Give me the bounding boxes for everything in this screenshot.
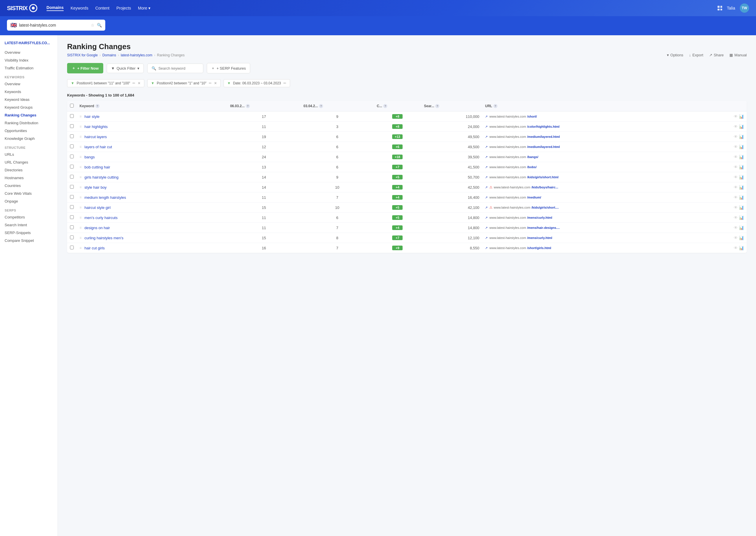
- row-checkbox-0[interactable]: [67, 112, 77, 122]
- row-checkbox-input-9[interactable]: [70, 205, 74, 209]
- ext-link-icon-8[interactable]: ↗: [485, 196, 487, 199]
- sidebar-item-ranking-distribution[interactable]: Ranking Distribution: [0, 119, 57, 127]
- row-chart-btn-10[interactable]: 📊: [739, 215, 744, 220]
- row-checkbox-input-7[interactable]: [70, 185, 74, 189]
- row-chart-btn-9[interactable]: 📊: [739, 205, 744, 210]
- ext-link-icon-4[interactable]: ↗: [485, 155, 487, 159]
- url-suffix-0[interactable]: /short/: [527, 115, 537, 118]
- avatar[interactable]: TW: [740, 4, 749, 13]
- row-checkbox-10[interactable]: [67, 213, 77, 223]
- url-suffix-10[interactable]: /mens/curly.html: [527, 216, 553, 219]
- row-checkbox-2[interactable]: [67, 132, 77, 142]
- row-chart-btn-2[interactable]: 📊: [739, 134, 744, 139]
- row-checkbox-11[interactable]: [67, 223, 77, 233]
- share-action[interactable]: ↗ Share: [709, 53, 724, 57]
- url-help-icon[interactable]: ?: [493, 104, 497, 108]
- manual-action[interactable]: ▦ Manual: [729, 53, 747, 57]
- sidebar-item-directories[interactable]: Directories: [0, 166, 57, 174]
- row-chart-btn-4[interactable]: 📊: [739, 154, 744, 159]
- row-checkbox-input-5[interactable]: [70, 165, 74, 168]
- row-view-btn-5[interactable]: 👁: [734, 165, 738, 169]
- filter-edit-icon-pos1[interactable]: ✏: [132, 81, 135, 85]
- row-checkbox-5[interactable]: [67, 162, 77, 172]
- url-suffix-5[interactable]: /bobs/: [527, 165, 536, 169]
- sidebar-item-core-web-vitals[interactable]: Core Web Vitals: [0, 189, 57, 197]
- row-chart-btn-3[interactable]: 📊: [739, 145, 744, 149]
- search-keyword-input[interactable]: [159, 66, 199, 71]
- row-view-btn-9[interactable]: 👁: [734, 205, 738, 210]
- row-checkbox-1[interactable]: [67, 122, 77, 132]
- row-view-btn-1[interactable]: 👁: [734, 124, 738, 129]
- nav-domains[interactable]: Domains: [47, 5, 64, 11]
- row-checkbox-input-8[interactable]: [70, 195, 74, 199]
- row-chart-btn-7[interactable]: 📊: [739, 185, 744, 189]
- ext-link-icon-1[interactable]: ↗: [485, 125, 487, 129]
- ext-link-icon-3[interactable]: ↗: [485, 145, 487, 149]
- sidebar-item-compare-snippet[interactable]: Compare Snippet: [0, 237, 57, 245]
- sidebar-item-onpage[interactable]: Onpage: [0, 197, 57, 205]
- pos1-help-icon[interactable]: ?: [246, 104, 250, 108]
- ext-link-icon-13[interactable]: ↗: [485, 246, 487, 250]
- row-chart-btn-5[interactable]: 📊: [739, 165, 744, 169]
- row-chart-btn-11[interactable]: 📊: [739, 225, 744, 230]
- row-chart-btn-1[interactable]: 📊: [739, 124, 744, 129]
- url-suffix-13[interactable]: /short/girls.html: [527, 246, 551, 250]
- filter-now-button[interactable]: ＋ + Filter Now: [67, 63, 103, 73]
- row-checkbox-6[interactable]: [67, 172, 77, 182]
- quick-filter-button[interactable]: ▼ Quick Filter ▾: [107, 64, 144, 73]
- sidebar-item-keyword-groups[interactable]: Keyword Groups: [0, 103, 57, 111]
- url-suffix-6[interactable]: /kids/girls/short.html: [527, 175, 558, 179]
- row-checkbox-9[interactable]: [67, 203, 77, 213]
- sidebar-item-traffic-estimation[interactable]: Traffic Estimation: [0, 64, 57, 72]
- row-checkbox-input-4[interactable]: [70, 154, 74, 158]
- ext-link-icon-9[interactable]: ↗: [485, 206, 487, 210]
- sidebar-item-kw-overview[interactable]: Overview: [0, 80, 57, 88]
- row-checkbox-3[interactable]: [67, 142, 77, 152]
- search-help-icon[interactable]: ?: [435, 104, 439, 108]
- row-view-btn-2[interactable]: 👁: [734, 134, 738, 139]
- th-select-all[interactable]: [67, 101, 77, 112]
- filter-close-icon-pos1[interactable]: ✕: [138, 81, 141, 85]
- serp-features-button[interactable]: ＋ + SERP Features: [207, 63, 250, 73]
- change-help-icon[interactable]: ?: [383, 104, 387, 108]
- row-chart-btn-8[interactable]: 📊: [739, 195, 744, 200]
- grid-icon[interactable]: [718, 6, 722, 11]
- row-checkbox-12[interactable]: [67, 233, 77, 243]
- row-checkbox-input-11[interactable]: [70, 225, 74, 229]
- sidebar-item-url-changes[interactable]: URL Changes: [0, 158, 57, 166]
- row-checkbox-input-10[interactable]: [70, 215, 74, 219]
- ext-link-icon-10[interactable]: ↗: [485, 216, 487, 219]
- filter-edit-icon-pos2[interactable]: ✏: [209, 81, 212, 85]
- ext-link-icon-6[interactable]: ↗: [485, 175, 487, 179]
- breadcrumb-link-domain[interactable]: latest-hairstyles.com: [121, 53, 152, 57]
- row-view-btn-4[interactable]: 👁: [734, 154, 738, 159]
- ext-link-icon-11[interactable]: ↗: [485, 226, 487, 230]
- ext-link-icon-5[interactable]: ↗: [485, 165, 487, 169]
- keyword-help-icon[interactable]: ?: [95, 104, 99, 108]
- row-chart-btn-0[interactable]: 📊: [739, 114, 744, 119]
- row-chart-btn-6[interactable]: 📊: [739, 175, 744, 180]
- url-suffix-3[interactable]: /medium/layered.html: [527, 145, 560, 149]
- url-suffix-11[interactable]: /mens/hair-designs....: [527, 226, 559, 229]
- row-checkbox-input-0[interactable]: [70, 114, 74, 118]
- sidebar-item-urls[interactable]: URLs: [0, 151, 57, 158]
- export-action[interactable]: ↓ Export: [689, 53, 703, 57]
- row-checkbox-input-6[interactable]: [70, 175, 74, 179]
- options-action[interactable]: ▾ Options: [667, 53, 683, 57]
- sidebar-item-overview-top[interactable]: Overview: [0, 49, 57, 56]
- row-checkbox-input-2[interactable]: [70, 134, 74, 138]
- row-checkbox-8[interactable]: [67, 192, 77, 203]
- url-suffix-8[interactable]: /medium/: [527, 196, 541, 199]
- sidebar-item-search-intent[interactable]: Search Intent: [0, 221, 57, 229]
- row-checkbox-input-12[interactable]: [70, 236, 74, 239]
- sidebar-item-competitors[interactable]: Competitors: [0, 213, 57, 221]
- sidebar-item-countries[interactable]: Countries: [0, 182, 57, 189]
- row-checkbox-4[interactable]: [67, 152, 77, 162]
- sidebar-item-knowledge-graph[interactable]: Knowledge Graph: [0, 135, 57, 143]
- row-checkbox-7[interactable]: [67, 182, 77, 192]
- row-view-btn-10[interactable]: 👁: [734, 215, 738, 220]
- row-view-btn-7[interactable]: 👁: [734, 185, 738, 189]
- nav-keywords[interactable]: Keywords: [71, 6, 88, 11]
- row-view-btn-0[interactable]: 👁: [734, 114, 738, 119]
- url-suffix-4[interactable]: /bangs/: [527, 155, 538, 159]
